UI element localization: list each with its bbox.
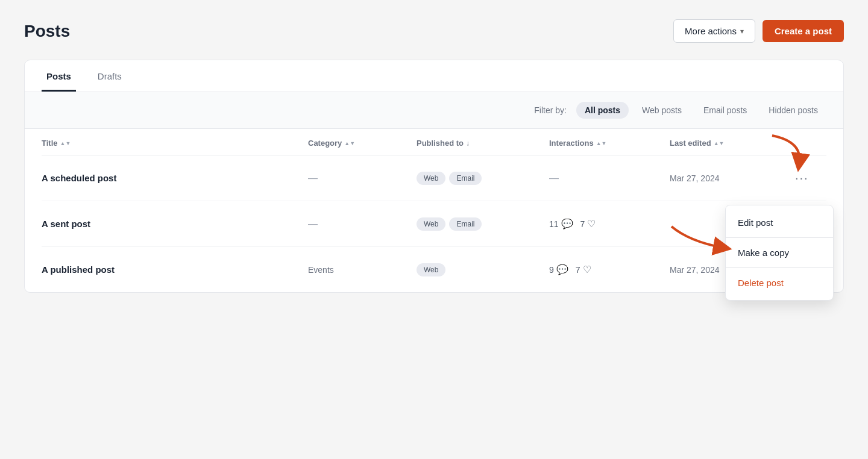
interactions-cell: 9 💬 7 ♡ (549, 264, 670, 275)
tag-web: Web (417, 172, 445, 185)
published-tags: Web Email (417, 172, 549, 185)
tab-posts[interactable]: Posts (42, 60, 76, 92)
sort-icon-published: ↓ (466, 139, 470, 148)
tabs-bar: Posts Drafts (25, 60, 843, 92)
tag-web: Web (417, 263, 445, 276)
comment-count: 11 💬 (549, 218, 573, 230)
like-count: 7 ♡ (576, 264, 591, 275)
page-title: Posts (24, 22, 70, 41)
published-tags: Web Email (417, 217, 549, 231)
filter-hidden-posts[interactable]: Hidden posts (760, 102, 826, 119)
sort-icon-last-edited: ▲▼ (714, 140, 725, 146)
post-title: A sent post (42, 219, 308, 229)
table-header: Title ▲▼ Category ▲▼ Published to ↓ Inte… (42, 129, 826, 155)
filter-label: Filter by: (534, 105, 567, 115)
tag-email: Email (449, 172, 482, 185)
filter-bar: Filter by: All posts Web posts Email pos… (25, 92, 843, 129)
comment-icon: 💬 (561, 218, 573, 230)
page-header: Posts More actions ▾ Create a post (24, 19, 844, 43)
tab-drafts[interactable]: Drafts (93, 60, 127, 92)
sort-icon-category: ▲▼ (344, 140, 355, 146)
col-published-to: Published to ↓ (417, 139, 549, 148)
post-category: Events (308, 265, 417, 275)
table-row: A scheduled post — Web Email — Mar 27, 2… (42, 155, 826, 201)
sort-icon-title: ▲▼ (60, 140, 71, 146)
post-title: A scheduled post (42, 173, 308, 183)
arrow2-annotation (665, 223, 732, 260)
comment-icon: 💬 (556, 264, 568, 275)
filter-all-posts[interactable]: All posts (576, 102, 629, 119)
post-category: — (308, 219, 417, 230)
tag-email: Email (449, 217, 482, 231)
col-category: Category ▲▼ (308, 139, 417, 148)
filter-web-posts[interactable]: Web posts (634, 102, 690, 119)
dropdown-make-copy[interactable]: Make a copy (726, 240, 833, 265)
post-category: — (308, 173, 417, 184)
published-tags: Web (417, 263, 549, 276)
heart-icon: ♡ (587, 218, 596, 230)
dropdown-divider-2 (726, 267, 833, 268)
tag-web: Web (417, 217, 445, 231)
dropdown-edit-post[interactable]: Edit post (726, 210, 833, 235)
col-title: Title ▲▼ (42, 139, 308, 148)
dropdown-delete-post[interactable]: Delete post (726, 270, 833, 295)
arrow1-annotation (766, 130, 808, 172)
post-title: A published post (42, 264, 308, 275)
more-actions-button[interactable]: More actions ▾ (673, 19, 755, 43)
posts-table: Title ▲▼ Category ▲▼ Published to ↓ Inte… (25, 129, 843, 292)
col-interactions: Interactions ▲▼ (549, 139, 670, 148)
last-edited-value: Mar 27, 2024 (670, 173, 790, 183)
create-post-button[interactable]: Create a post (763, 20, 844, 42)
heart-icon: ♡ (583, 264, 591, 275)
header-actions: More actions ▾ Create a post (673, 19, 844, 43)
posts-card: Posts Drafts Filter by: All posts Web po… (24, 60, 844, 293)
row-dropdown-menu: Edit post Make a copy Delete post (725, 205, 834, 301)
chevron-down-icon: ▾ (740, 27, 744, 36)
interactions-cell: 11 💬 7 ♡ (549, 218, 670, 230)
dropdown-divider-1 (726, 237, 833, 238)
interactions-empty: — (549, 173, 670, 184)
filter-email-posts[interactable]: Email posts (695, 102, 755, 119)
like-count: 7 ♡ (580, 218, 596, 230)
comment-count: 9 💬 (549, 264, 568, 275)
sort-icon-interactions: ▲▼ (596, 140, 607, 146)
